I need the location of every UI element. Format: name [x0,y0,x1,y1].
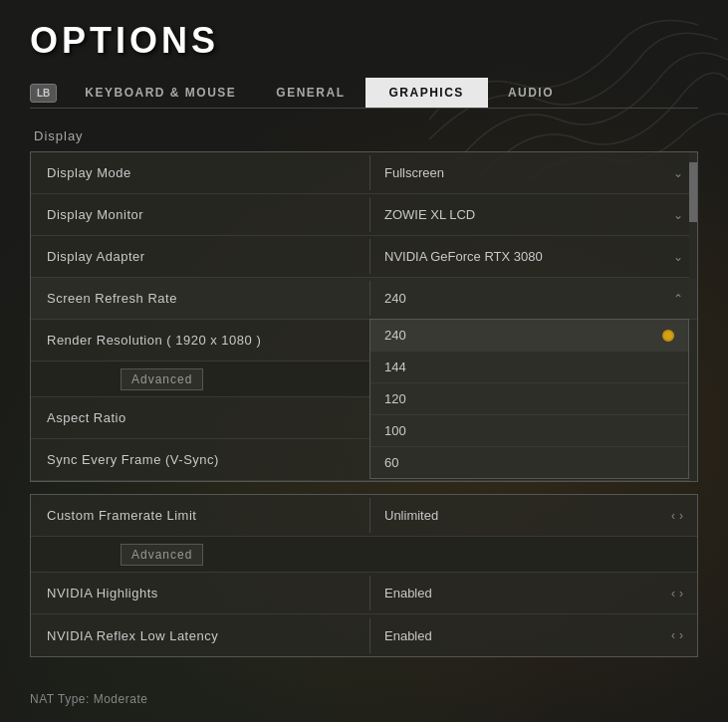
custom-framerate-row: Custom Framerate Limit Unlimited ‹ › [31,495,697,537]
display-monitor-row: Display Monitor ZOWIE XL LCD ⌄ [31,194,697,236]
tab-graphics[interactable]: GRAPHICS [365,78,488,108]
display-mode-value[interactable]: Fullscreen ⌄ [369,155,697,190]
dropdown-option-120[interactable]: 120 [370,383,688,415]
nvidia-highlights-row: NVIDIA Highlights Enabled ‹ › [31,573,697,614]
selected-dot-icon [662,330,674,342]
dropdown-option-240[interactable]: 240 [370,320,688,352]
tab-keyboard[interactable]: KEYBOARD & MOUSE [65,78,256,108]
display-settings-panel: Display Mode Fullscreen ⌄ Display Monito… [30,151,698,482]
refresh-rate-dropdown: 240 144 120 100 60 [369,319,689,479]
display-adapter-row: Display Adapter NVIDIA GeForce RTX 3080 … [31,236,697,278]
chevron-up-icon: ⌃ [673,292,683,306]
nav-right-icon[interactable]: › [679,628,683,642]
nav-left-icon[interactable]: ‹ [671,509,675,523]
nav-left-icon[interactable]: ‹ [671,587,675,601]
nvidia-reflex-value[interactable]: Enabled ‹ › [369,618,697,653]
scrollbar-thumb[interactable] [689,162,697,222]
chevron-down-icon: ⌄ [673,250,683,264]
nav-tabs: LB KEYBOARD & MOUSE GENERAL GRAPHICS AUD… [30,78,698,109]
aspect-ratio-label: Aspect Ratio [31,400,369,435]
display-monitor-label: Display Monitor [31,197,369,232]
dropdown-option-100[interactable]: 100 [370,415,688,447]
dropdown-option-60[interactable]: 60 [370,447,688,478]
render-resolution-label: Render Resolution ( 1920 x 1080 ) [31,323,369,358]
nvidia-highlights-nav: ‹ › [671,587,683,601]
display-adapter-label: Display Adapter [31,239,369,274]
advanced-label-2[interactable]: Advanced [121,544,203,566]
screen-refresh-rate-value[interactable]: 240 ⌃ [369,281,697,316]
bottom-settings-panel: Custom Framerate Limit Unlimited ‹ › Adv… [30,494,698,657]
page-title: OPTIONS [30,20,698,62]
advanced-row-2: Advanced [31,537,697,573]
nvidia-reflex-nav: ‹ › [671,628,683,642]
display-monitor-value[interactable]: ZOWIE XL LCD ⌄ [369,197,697,232]
nvidia-highlights-label: NVIDIA Highlights [31,576,369,610]
lb-badge: LB [30,84,57,103]
tab-general[interactable]: GENERAL [256,78,364,108]
screen-refresh-rate-row: Screen Refresh Rate 240 ⌃ 240 144 120 10… [31,278,697,320]
display-mode-label: Display Mode [31,155,369,190]
nav-left-icon[interactable]: ‹ [671,628,675,642]
nav-right-icon[interactable]: › [679,587,683,601]
nvidia-highlights-value[interactable]: Enabled ‹ › [369,576,697,610]
nav-right-icon[interactable]: › [679,509,683,523]
vsync-label: Sync Every Frame (V-Sync) [31,442,369,477]
custom-framerate-label: Custom Framerate Limit [31,498,369,533]
display-mode-row: Display Mode Fullscreen ⌄ [31,152,697,194]
nvidia-reflex-row: NVIDIA Reflex Low Latency Enabled ‹ › [31,614,697,656]
display-adapter-value[interactable]: NVIDIA GeForce RTX 3080 ⌄ [369,239,697,274]
tab-audio[interactable]: AUDIO [488,78,574,108]
chevron-down-icon: ⌄ [673,208,683,222]
screen-refresh-rate-label: Screen Refresh Rate [31,281,369,316]
advanced-label-1[interactable]: Advanced [121,368,203,390]
nat-status: NAT Type: Moderate [30,692,147,706]
custom-framerate-value[interactable]: Unlimited ‹ › [369,498,697,533]
nvidia-reflex-label: NVIDIA Reflex Low Latency [31,618,369,653]
display-section-label: Display [30,128,698,143]
dropdown-option-144[interactable]: 144 [370,352,688,383]
chevron-down-icon: ⌄ [673,166,683,180]
nav-arrows: ‹ › [671,509,683,523]
